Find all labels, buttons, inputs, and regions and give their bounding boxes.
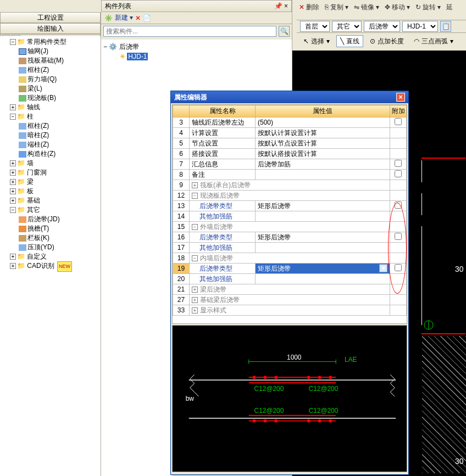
expander-icon[interactable]: − — [10, 114, 16, 120]
expander-icon[interactable]: + — [192, 297, 198, 303]
property-row[interactable]: 5节点设置按默认节点设置计算 — [173, 138, 407, 149]
property-row[interactable]: 4计算设置按默认计算设置计算 — [173, 128, 407, 138]
expander-icon[interactable]: − — [10, 39, 16, 45]
property-row[interactable]: 3轴线距后浇带左边(500) — [173, 117, 407, 128]
property-value[interactable] — [256, 274, 390, 284]
expander-icon[interactable]: − — [10, 207, 16, 213]
tree-raft-foundation[interactable]: 筏板基础(M) — [19, 56, 99, 65]
line-tool[interactable]: ╲直线 — [336, 35, 363, 47]
property-row[interactable]: 6搭接设置按默认搭接设置计算 — [173, 149, 407, 159]
dialog-titlebar[interactable]: 属性编辑器 × — [171, 91, 408, 103]
component-tree-item[interactable]: ✳ HJD-1 — [103, 52, 290, 61]
property-row[interactable]: 14其他加强筋 — [173, 211, 407, 222]
rotate-button[interactable]: ↻旋转 ▾ — [413, 2, 443, 12]
property-row[interactable]: 33+显示样式 — [173, 305, 407, 316]
category-select[interactable]: 其它 — [332, 21, 362, 32]
tree-other[interactable]: 其它 — [27, 206, 40, 214]
property-row[interactable]: 12−现浇板后浇带 — [173, 191, 407, 201]
move-button[interactable]: ✥移动 ▾ — [382, 2, 412, 12]
mirror-button[interactable]: ⇋镜像 ▾ — [352, 2, 381, 12]
three-point-arc-tool[interactable]: ◠三点画弧 ▾ — [410, 35, 457, 47]
tab-draw-input[interactable]: 绘图输入 — [0, 23, 101, 34]
property-value[interactable] — [256, 211, 390, 222]
extend-button[interactable]: 延 — [444, 2, 455, 12]
property-value[interactable]: 按默认节点设置计算 — [256, 138, 390, 149]
floor-select[interactable]: 首层 — [300, 21, 330, 32]
tree-axis-net[interactable]: 轴网(J) — [19, 47, 99, 56]
property-value[interactable]: 后浇带加筋 — [256, 159, 390, 170]
copy-icon[interactable]: 📄 — [143, 14, 151, 22]
property-value[interactable] — [256, 170, 390, 180]
property-row[interactable]: 19后浇带类型矩形后浇带▾ — [173, 264, 407, 274]
expander-icon[interactable]: + — [192, 182, 198, 188]
property-row[interactable]: 21+梁后浇带 — [173, 284, 407, 295]
property-row[interactable]: 16后浇带类型矩形后浇带 — [173, 232, 407, 243]
tree-beam2[interactable]: 梁 — [27, 178, 34, 186]
expander-icon[interactable]: − — [192, 224, 198, 230]
component-tree-root[interactable]: − ⚙️ 后浇带 — [103, 42, 290, 52]
property-value[interactable]: 按默认计算设置计算 — [256, 128, 390, 138]
dropdown-icon[interactable]: ▾ — [379, 264, 387, 272]
property-row[interactable]: 18−内墙后浇带 — [173, 253, 407, 264]
search-icon[interactable]: 🔍 — [279, 26, 290, 37]
tree-cantilever[interactable]: 挑檐(T) — [19, 224, 99, 233]
copy-button[interactable]: ⎘复制 ▾ — [323, 2, 351, 12]
tree-door-window[interactable]: 门窗洞 — [27, 169, 47, 176]
property-row[interactable]: 15−外墙后浇带 — [173, 222, 407, 232]
extra-checkbox[interactable] — [395, 170, 402, 177]
tree-column[interactable]: 柱 — [27, 113, 34, 120]
select-tool[interactable]: ↖选择 ▾ — [300, 35, 333, 47]
property-row[interactable]: 20其他加强筋 — [173, 274, 407, 284]
extra-checkbox[interactable] — [395, 118, 402, 125]
tree-post-cast-strip[interactable]: 后浇带(JD) — [19, 215, 99, 224]
expander-icon[interactable]: + — [10, 160, 16, 166]
new-component-button[interactable]: 新建 ▾ — [115, 13, 133, 23]
expander-icon[interactable]: + — [192, 287, 198, 293]
tree-custom[interactable]: 自定义 — [27, 253, 47, 260]
expander-icon[interactable]: + — [10, 104, 16, 110]
delete-button[interactable]: ✕删除 — [297, 2, 321, 12]
tree-struct-column[interactable]: 构造柱(Z) — [19, 149, 99, 159]
expander-icon[interactable]: + — [192, 307, 198, 313]
expander-icon[interactable]: − — [192, 193, 198, 199]
property-row[interactable]: 17其他加强筋 — [173, 243, 407, 253]
expander-icon[interactable]: + — [10, 188, 16, 194]
tree-cast-slab[interactable]: 现浇板(B) — [19, 93, 99, 103]
expander-icon[interactable]: + — [10, 254, 16, 260]
property-value[interactable]: 按默认搭接设置计算 — [256, 149, 390, 159]
property-row[interactable]: 7汇总信息后浇带加筋 — [173, 159, 407, 170]
item-select[interactable]: HJD-1 — [402, 21, 438, 32]
tree-railing[interactable]: 栏板(K) — [19, 233, 99, 243]
component-search-input[interactable] — [103, 26, 276, 37]
expander-icon[interactable]: + — [10, 170, 16, 176]
tree-wall[interactable]: 墙 — [27, 159, 34, 167]
tree-frame-column[interactable]: 框柱(Z) — [19, 65, 99, 75]
expander-icon[interactable]: − — [103, 43, 107, 51]
expander-icon[interactable]: − — [192, 255, 198, 261]
property-row[interactable]: 9+筏板(承台)后浇带 — [173, 180, 407, 191]
expander-icon[interactable]: + — [10, 198, 16, 204]
tree-end-column[interactable]: 端柱(Z) — [19, 140, 99, 149]
extra-checkbox[interactable] — [395, 264, 402, 271]
tree-shear-wall[interactable]: 剪力墙(Q) — [19, 75, 99, 84]
tab-project-settings[interactable]: 工程设置 — [0, 12, 101, 23]
extra-checkbox[interactable] — [395, 233, 402, 240]
tree-frame-column2[interactable]: 框柱(Z) — [19, 121, 99, 131]
pin-icon[interactable]: 📌 × — [274, 2, 288, 10]
expander-icon[interactable]: + — [10, 263, 16, 269]
tree-axis-line[interactable]: 轴线 — [27, 103, 40, 111]
tree-root[interactable]: 常用构件类型 — [27, 38, 66, 46]
property-value[interactable]: 矩形后浇带 — [256, 232, 390, 243]
property-row[interactable]: 8备注 — [173, 170, 407, 180]
property-value[interactable]: 矩形后浇带 — [256, 201, 390, 211]
property-row[interactable]: 13后浇带类型矩形后浇带 — [173, 201, 407, 211]
type-select[interactable]: 后浇带 — [364, 21, 400, 32]
property-value[interactable]: (500) — [256, 117, 390, 128]
property-value[interactable]: 矩形后浇带▾ — [256, 264, 390, 274]
point-length-tool[interactable]: ⊙点加长度 — [367, 35, 407, 47]
property-row[interactable]: 27+基础梁后浇带 — [173, 295, 407, 305]
extra-checkbox[interactable] — [395, 160, 402, 167]
tree-foundation[interactable]: 基础 — [27, 197, 40, 204]
tree-slab[interactable]: 板 — [27, 187, 34, 195]
tree-cad-recognition[interactable]: CAD识别 — [27, 262, 54, 270]
